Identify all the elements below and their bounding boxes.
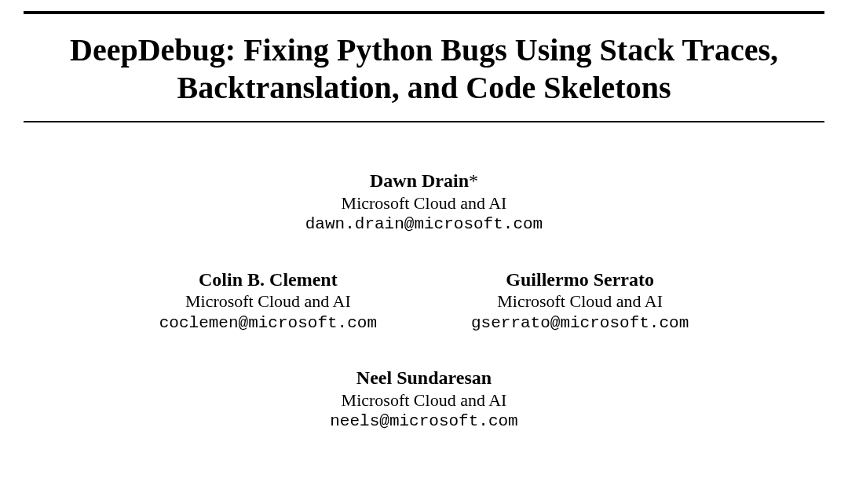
author-name: Colin B. Clement	[159, 268, 377, 291]
author-note-mark: *	[469, 170, 478, 191]
author-email: neels@microsoft.com	[330, 411, 517, 432]
author-row-1: Dawn Drain* Microsoft Cloud and AI dawn.…	[24, 170, 824, 236]
author-entry: Colin B. Clement Microsoft Cloud and AI …	[159, 268, 377, 334]
author-name: Neel Sundaresan	[330, 367, 517, 389]
top-rule	[24, 11, 824, 14]
author-affiliation: Microsoft Cloud and AI	[159, 290, 377, 312]
author-affiliation: Microsoft Cloud and AI	[305, 192, 543, 214]
author-entry: Guillermo Serrato Microsoft Cloud and AI…	[471, 268, 689, 334]
author-entry: Dawn Drain* Microsoft Cloud and AI dawn.…	[305, 170, 543, 236]
author-affiliation: Microsoft Cloud and AI	[330, 389, 517, 411]
author-affiliation: Microsoft Cloud and AI	[471, 290, 689, 312]
author-email: gserrato@microsoft.com	[471, 312, 689, 334]
author-name-text: Colin B. Clement	[199, 269, 338, 290]
author-name-text: Neel Sundaresan	[356, 367, 492, 388]
paper-title: DeepDebug: Fixing Python Bugs Using Stac…	[24, 31, 824, 107]
author-email: coclemen@microsoft.com	[159, 312, 377, 334]
author-name: Guillermo Serrato	[471, 268, 689, 291]
author-name: Dawn Drain*	[305, 170, 543, 192]
authors-block: Dawn Drain* Microsoft Cloud and AI dawn.…	[24, 170, 824, 433]
author-name-text: Dawn Drain	[370, 170, 469, 191]
author-email: dawn.drain@microsoft.com	[305, 214, 543, 235]
mid-rule	[24, 121, 824, 122]
author-row-3: Neel Sundaresan Microsoft Cloud and AI n…	[24, 367, 824, 433]
author-entry: Neel Sundaresan Microsoft Cloud and AI n…	[330, 367, 517, 433]
paper-title-page: DeepDebug: Fixing Python Bugs Using Stac…	[0, 11, 848, 504]
author-row-2: Colin B. Clement Microsoft Cloud and AI …	[24, 268, 824, 334]
author-name-text: Guillermo Serrato	[506, 269, 654, 290]
